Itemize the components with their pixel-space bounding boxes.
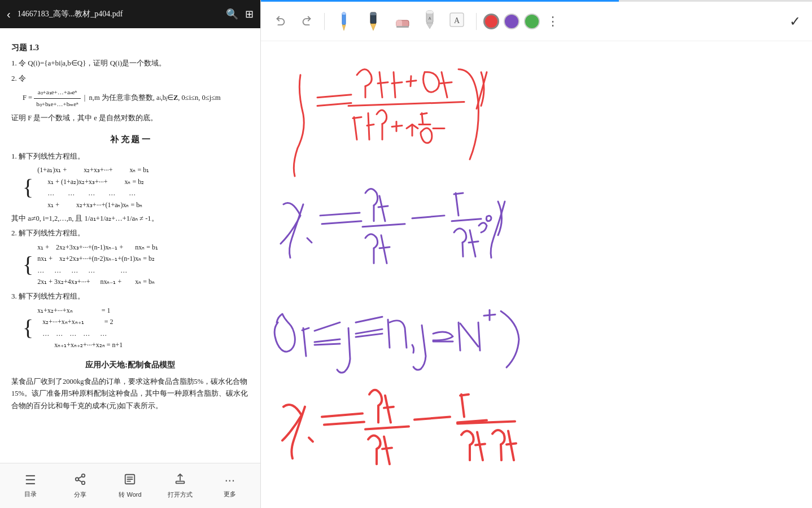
application-section: 应用小天地:配制食品模型 某食品厂收到了2000kg食品的订单，要求这种食品含脂… (11, 359, 249, 412)
toc-label: 目录 (24, 490, 37, 498)
pdf-content: 习题 1.3 1. 令 Q(i)={a+bi|a,b∈Q}，证明 Q(i)是一个… (0, 28, 260, 463)
open-label: 打开方式 (168, 491, 193, 499)
ex13-item1: 1. 令 Q(i)={a+bi|a,b∈Q}，证明 Q(i)是一个数域。 (11, 58, 249, 69)
left-panel: ‹ 14667183_高等...教材_p404.pdf 🔍 ⊞ 习题 1.3 1… (0, 0, 261, 508)
svg-marker-20 (426, 23, 433, 29)
color-red[interactable] (483, 14, 499, 29)
toc-icon: ☰ (25, 473, 36, 488)
svg-rect-18 (396, 26, 409, 28)
ex13-formula: F = a₀+a₁e+…+aₙeⁿ b₀+b₁e+…+bₘeⁿ | n,m 为任… (23, 87, 249, 110)
undo-button[interactable] (270, 10, 291, 32)
more-options-button[interactable]: ⋮ (544, 12, 561, 31)
more-label: 更多 (224, 490, 236, 498)
ex13-item2: 2. 令 (11, 73, 249, 85)
color-purple[interactable] (504, 14, 519, 29)
right-panel: A A ⋮ ✓ (261, 0, 812, 508)
svg-rect-15 (370, 12, 376, 15)
svg-line-4 (78, 476, 82, 478)
open-icon (174, 473, 186, 488)
back-button[interactable]: ‹ (7, 8, 11, 21)
svg-line-3 (78, 480, 82, 482)
more-icon: ··· (225, 473, 235, 488)
word-label: 转 Word (119, 491, 141, 499)
share-icon (74, 473, 86, 488)
svg-rect-21 (426, 11, 433, 14)
done-button[interactable]: ✓ (787, 11, 803, 32)
progress-bar (261, 0, 812, 2)
open-with-button[interactable]: 打开方式 (163, 473, 197, 499)
right-toolbar: A A ⋮ ✓ (261, 2, 812, 41)
share-label: 分享 (74, 491, 86, 499)
app-body: 某食品厂收到了2000kg食品的订单，要求这种食品含脂肪5%，碳水化合物15%。… (11, 376, 249, 412)
color-green[interactable] (524, 14, 540, 29)
app-title: 应用小天地:配制食品模型 (11, 359, 249, 371)
svg-text:A: A (454, 16, 460, 25)
text-tool-button[interactable]: A (444, 6, 469, 36)
more-button[interactable]: ··· 更多 (213, 473, 247, 498)
supp-p1-label: 1. 解下列线性方程组。 (11, 151, 249, 163)
progress-fill (261, 0, 619, 2)
pen-medium-button[interactable] (361, 9, 386, 34)
supp-p3-eq: { x₁+x₂+···+xₙ = 1 x₂+···+xₙ+xₙ₊₁ = 2 … … (23, 305, 249, 351)
svg-marker-11 (342, 25, 346, 30)
top-bar: ‹ 14667183_高等...教材_p404.pdf 🔍 ⊞ (0, 0, 260, 28)
search-icon[interactable]: 🔍 (226, 8, 238, 20)
supp-p1-note: 其中 aᵢ≠0, i=1,2,…,n, 且 1/a₁+1/a₂+…+1/aₙ ≠… (11, 213, 249, 224)
exercise-section-title: 习题 1.3 (11, 42, 249, 54)
supplement-title: 补 充 题 一 (11, 133, 249, 146)
svg-rect-9 (176, 481, 184, 483)
share-button[interactable]: 分享 (63, 473, 97, 499)
file-title: 14667183_高等...教材_p404.pdf (18, 9, 219, 19)
redo-button[interactable] (296, 10, 317, 32)
ex13-proof: 证明 F 是一个数域，其中 e 是自然对数的底。 (11, 112, 249, 124)
supp-p3-label: 3. 解下列线性方程组。 (11, 291, 249, 303)
bottom-bar: ☰ 目录 分享 转 Word (0, 463, 260, 508)
eraser-button[interactable] (390, 11, 415, 32)
marker-button[interactable]: A (420, 6, 440, 36)
svg-rect-12 (342, 12, 346, 15)
svg-marker-14 (370, 24, 376, 30)
separator-2 (476, 13, 477, 30)
supp-p1-eq: { (1+a₁)x₁ + x₂+x₃+···+ xₙ = b₁ x₁ + (1+… (23, 164, 249, 211)
convert-word-button[interactable]: 转 Word (113, 473, 147, 499)
separator-1 (324, 13, 325, 30)
pen-fine-button[interactable] (331, 9, 356, 34)
toc-button[interactable]: ☰ 目录 (14, 473, 47, 498)
supp-p2-label: 2. 解下列线性方程组。 (11, 227, 249, 239)
word-icon (124, 473, 136, 488)
svg-text:A: A (429, 16, 431, 20)
supp-p2-eq: { x₁ + 2x₂+3x₃+···+(n-1)xₙ₋₁ + nxₙ = b₁ … (23, 242, 249, 288)
drawing-area[interactable] (261, 41, 812, 508)
column-icon[interactable]: ⊞ (245, 8, 254, 20)
annotation-svg (261, 41, 812, 508)
